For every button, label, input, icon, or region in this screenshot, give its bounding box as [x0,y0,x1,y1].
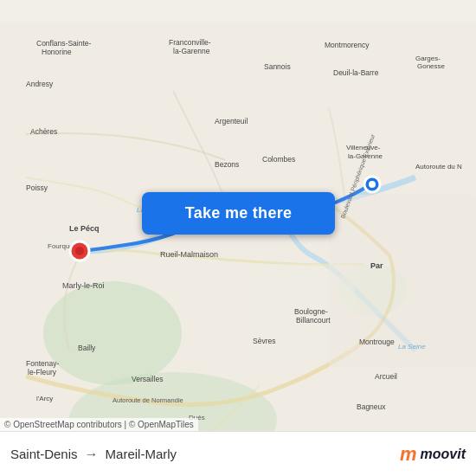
origin-dot-inner [369,181,376,188]
svg-text:Autoroute du N: Autoroute du N [415,163,462,170]
svg-text:Bezons: Bezons [215,160,239,169]
svg-text:Colombes: Colombes [262,155,295,164]
svg-point-1 [43,281,182,385]
svg-text:Billancourt: Billancourt [296,316,331,325]
origin-label: Saint-Denis [10,447,78,461]
destination-label: Mareil-Marly [106,447,177,461]
destination-dot-inner [75,247,84,255]
svg-text:Bailly: Bailly [78,344,96,352]
svg-text:Fontenay-: Fontenay- [26,359,59,368]
svg-text:La Seine: La Seine [398,343,426,351]
arrow-icon: → [85,447,99,462]
svg-text:la-Garenne: la-Garenne [173,47,210,55]
svg-text:Deuil-la-Barre: Deuil-la-Barre [333,68,379,77]
moovit-logo: m moovit [400,443,466,466]
svg-text:Honorine: Honorine [42,48,72,56]
map-attribution: © OpenStreetMap contributors | © OpenMap… [0,418,198,431]
svg-text:Montrouge: Montrouge [359,338,395,346]
take-me-there-button[interactable]: Take me there [142,192,335,235]
svg-text:Montmorency: Montmorency [325,41,370,49]
svg-text:Achères: Achères [30,127,57,136]
map: Conflans-Sainte- Honorine Andresy Achère… [0,0,476,476]
svg-text:Le Pécq: Le Pécq [69,224,100,233]
svg-text:Autoroute de Normandie: Autoroute de Normandie [113,396,183,404]
svg-text:Boulogne-: Boulogne- [294,307,328,316]
svg-text:Arcueil: Arcueil [375,372,397,381]
svg-text:Garges-: Garges- [415,55,441,62]
svg-text:Poissy: Poissy [26,183,48,192]
svg-text:Franconville-: Franconville- [169,38,211,47]
svg-text:Sèvres: Sèvres [253,337,275,345]
moovit-brand-name: moovit [421,447,466,462]
svg-text:l'Arcy: l'Arcy [36,395,53,402]
svg-text:Bagneux: Bagneux [357,402,386,411]
svg-text:Gonesse: Gonesse [417,62,446,70]
route-info: Saint-Denis → Mareil-Marly [10,447,400,462]
svg-text:le-Fleury: le-Fleury [28,368,57,376]
moovit-m-letter: m [400,443,417,466]
bottom-bar: Saint-Denis → Mareil-Marly m moovit [0,431,476,476]
svg-text:Sannois: Sannois [264,62,291,71]
svg-text:Andresy: Andresy [26,80,54,88]
svg-text:Marly-le-Roi: Marly-le-Roi [62,281,105,290]
svg-text:Rueil-Malmaison: Rueil-Malmaison [160,250,218,259]
app-container: Conflans-Sainte- Honorine Andresy Achère… [0,0,476,476]
svg-text:Versailles: Versailles [132,375,163,383]
svg-text:Argenteuil: Argenteuil [215,117,248,125]
svg-text:Par: Par [370,261,383,270]
map-svg: Conflans-Sainte- Honorine Andresy Achère… [0,0,476,476]
svg-text:Conflans-Sainte-: Conflans-Sainte- [36,39,91,48]
